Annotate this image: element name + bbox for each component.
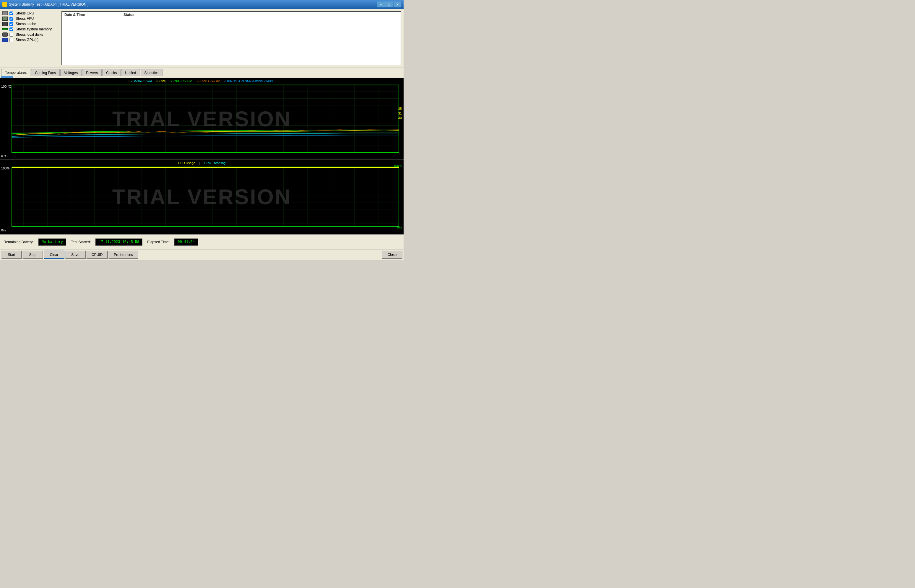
close-window-button[interactable]: ✕ xyxy=(394,2,401,7)
legend-cpu-core1: ✓ CPU Core #1 xyxy=(170,79,193,83)
elapsed-time-label: Elapsed Time: xyxy=(147,240,170,244)
stress-gpu-label: Stress GPU(s) xyxy=(16,38,39,42)
legend-cpu-throttling: CPU Throttling xyxy=(204,161,226,165)
tab-temperatures[interactable]: Temperatures xyxy=(1,69,31,76)
remaining-battery-label: Remaining Battery: xyxy=(3,240,34,244)
title-bar: ⚡ System Stability Test - AIDA64 [ TRIAL… xyxy=(0,0,403,9)
clear-button[interactable]: Clear xyxy=(44,250,65,259)
temp-y-min: 0 °C xyxy=(1,154,8,158)
tab-statistics[interactable]: Statistics xyxy=(141,69,162,76)
stress-cache-label: Stress cache xyxy=(16,22,36,26)
temp-right-values: 35 31 30 xyxy=(398,107,402,120)
cpu-icon xyxy=(2,11,8,15)
fpu-icon xyxy=(2,16,8,21)
log-date-header: Date & Time xyxy=(65,13,123,17)
cache-icon xyxy=(2,22,8,26)
stress-memory-item: Stress system memory xyxy=(2,27,57,31)
stop-button[interactable]: Stop xyxy=(23,250,43,259)
log-status-header: Status xyxy=(123,13,398,17)
stress-disk-checkbox[interactable] xyxy=(10,33,13,37)
temperature-graph-svg xyxy=(0,78,403,159)
save-button[interactable]: Save xyxy=(65,250,86,259)
stress-cache-item: Stress cache xyxy=(2,22,57,26)
tabs-row: Temperatures Cooling Fans Voltages Power… xyxy=(0,68,403,76)
stress-fpu-checkbox[interactable] xyxy=(10,17,13,21)
elapsed-time-value-badge: 00:41:54 xyxy=(174,239,198,246)
temp-y-max: 100 °C xyxy=(1,85,11,88)
svg-rect-28 xyxy=(0,160,403,234)
start-button[interactable]: Start xyxy=(1,250,22,259)
stress-memory-label: Stress system memory xyxy=(16,27,52,31)
test-started-label: Test Started: xyxy=(71,240,91,244)
tab-unified[interactable]: Unified xyxy=(121,69,140,76)
stress-cpu-checkbox[interactable] xyxy=(10,11,13,15)
preferences-button[interactable]: Preferences xyxy=(109,250,138,259)
top-section: Stress CPU Stress FPU Stress cache Stres… xyxy=(0,9,403,68)
temp-value-30: 30 xyxy=(398,116,402,120)
stress-gpu-item: Stress GPU(s) xyxy=(2,38,57,42)
cpu-usage-graph: CPU Usage | CPU Throttling xyxy=(0,160,403,234)
memory-icon xyxy=(2,28,8,30)
stress-cpu-label: Stress CPU xyxy=(16,11,34,15)
button-bar: Start Stop Clear Save CPUID Preferences … xyxy=(0,249,403,260)
tab-powers[interactable]: Powers xyxy=(82,69,102,76)
temperature-graph: ✓ Motherboard ✓ CPU ✓ CPU Core #1 ✓ CPU … xyxy=(0,78,403,160)
tab-clocks[interactable]: Clocks xyxy=(102,69,121,76)
stress-gpu-checkbox[interactable] xyxy=(10,38,13,42)
gpu-icon xyxy=(2,38,8,42)
legend-motherboard: ✓ Motherboard xyxy=(130,79,152,83)
minimize-button[interactable]: − xyxy=(377,2,385,7)
cpu-usage-graph-svg xyxy=(0,160,403,234)
stress-fpu-item: Stress FPU xyxy=(2,16,57,21)
usage-value-bottom: 0% xyxy=(397,226,402,229)
stress-disk-label: Stress local disks xyxy=(16,32,43,37)
temp-value-31: 31 xyxy=(398,111,402,116)
tab-voltages[interactable]: Voltages xyxy=(60,69,81,76)
window-controls: − □ ✕ xyxy=(377,2,401,7)
cpuid-button[interactable]: CPUID xyxy=(86,250,108,259)
stress-options-panel: Stress CPU Stress FPU Stress cache Stres… xyxy=(0,9,59,68)
main-content: Stress CPU Stress FPU Stress cache Stres… xyxy=(0,9,403,260)
legend-cpu: ✓ CPU xyxy=(156,79,166,83)
disk-icon xyxy=(2,32,8,37)
status-bar: Remaining Battery: No battery Test Start… xyxy=(0,234,403,249)
stress-disk-item: Stress local disks xyxy=(2,32,57,37)
stress-cache-checkbox[interactable] xyxy=(10,22,13,26)
usage-graph-legend: CPU Usage | CPU Throttling xyxy=(0,161,403,165)
tab-cooling-fans[interactable]: Cooling Fans xyxy=(31,69,60,76)
usage-y-min: 0% xyxy=(1,228,6,232)
temp-graph-legend: ✓ Motherboard ✓ CPU ✓ CPU Core #1 ✓ CPU … xyxy=(0,79,403,83)
legend-cpu-core2: ✓ CPU Core #2 xyxy=(197,79,220,83)
usage-y-max: 100% xyxy=(1,166,10,170)
graphs-section: ✓ Motherboard ✓ CPU ✓ CPU Core #1 ✓ CPU … xyxy=(0,78,403,234)
close-button[interactable]: Close xyxy=(382,250,402,259)
log-panel: Date & Time Status xyxy=(62,11,401,65)
maximize-button[interactable]: □ xyxy=(385,2,393,7)
test-started-value-badge: 17.11.2023 16:45:58 xyxy=(96,239,143,246)
window-title: System Stability Test - AIDA64 [ TRIAL V… xyxy=(9,2,88,6)
tabs-section: Temperatures Cooling Fans Voltages Power… xyxy=(0,68,403,78)
stress-fpu-label: Stress FPU xyxy=(16,16,34,21)
battery-value-badge: No battery xyxy=(39,239,66,246)
active-tab-indicator xyxy=(1,76,13,78)
legend-kingston: ✓ KINGSTON SM2280S3G2240G xyxy=(224,79,273,83)
log-header: Date & Time Status xyxy=(62,12,401,18)
stress-memory-checkbox[interactable] xyxy=(10,27,13,31)
temp-value-35: 35 xyxy=(398,107,402,111)
app-icon: ⚡ xyxy=(2,2,7,7)
legend-cpu-usage: CPU Usage xyxy=(178,161,195,165)
stress-cpu-item: Stress CPU xyxy=(2,11,57,15)
